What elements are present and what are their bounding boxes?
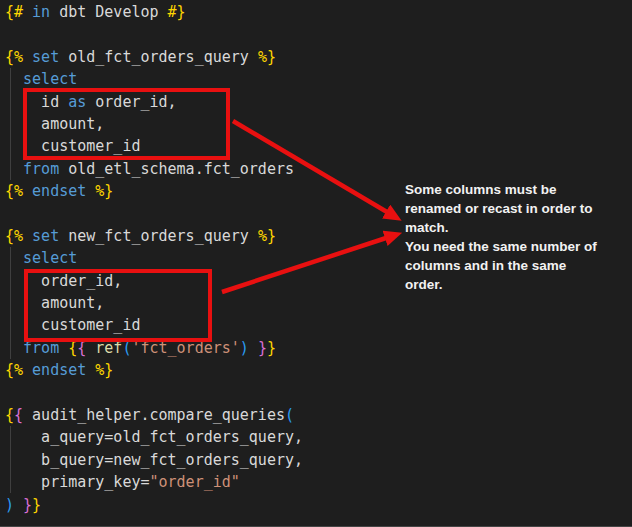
code-line[interactable]: primary_key="order_id" [5,471,632,493]
code-line[interactable]: b_query=new_fct_orders_query, [5,449,632,471]
code-token [23,361,32,379]
code-token: {% [5,361,23,379]
code-token: } [23,496,32,514]
annotation-note-line-2: You need the same number of columns and … [405,237,597,294]
code-token: ) [5,496,14,514]
code-line[interactable]: from old_etl_schema.fct_orders [5,158,632,180]
annotation-note: Some columns must be renamed or recast i… [405,180,597,294]
code-line[interactable]: {# in dbt Develop #} [5,1,632,23]
code-token: {% [5,48,23,66]
code-token [5,249,23,267]
code-token [23,227,32,245]
code-token: #} [168,3,186,21]
code-token [23,48,32,66]
code-token [86,182,95,200]
code-line[interactable]: {% endset %} [5,359,632,381]
annotation-note-line-1: Some columns must be renamed or recast i… [405,180,597,237]
code-token: { [14,406,23,424]
code-token: set [32,48,59,66]
code-token: {# [5,3,23,21]
code-token: ) [240,339,249,357]
code-token: } [32,496,41,514]
code-token: ( [285,406,294,424]
code-token: select [23,70,77,88]
highlight-box-new-columns [24,269,212,342]
code-token: set [32,227,59,245]
code-token: old_fct_orders_query [59,48,258,66]
code-editor-screenshot: {# in dbt Develop #}{% set old_fct_order… [0,0,632,527]
code-token: new_fct_orders_query [59,227,258,245]
code-token: "order_id" [150,473,240,491]
code-token: old_etl_schema.fct_orders [59,160,294,178]
code-token: audit_helper.compare_queries [23,406,285,424]
code-token: in [32,3,50,21]
code-token [14,496,23,514]
code-token: {% [5,182,23,200]
code-token: %} [258,227,276,245]
code-line[interactable]: {{ audit_helper.compare_queries( [5,404,632,426]
code-token [23,3,32,21]
code-token: from [23,160,59,178]
code-token: { [5,406,14,424]
code-line[interactable]: {% set old_fct_orders_query %} [5,46,632,68]
code-token: } [258,339,267,357]
code-token: %} [258,48,276,66]
code-token: endset [32,361,86,379]
code-token [249,339,258,357]
code-token [5,160,23,178]
code-token [5,70,23,88]
code-line[interactable] [5,382,632,404]
code-token [23,182,32,200]
code-line[interactable] [5,23,632,45]
code-line[interactable]: ) }} [5,494,632,516]
code-token: endset [32,182,86,200]
code-token [5,339,23,357]
code-token [86,361,95,379]
code-token: } [267,339,276,357]
code-token: select [23,249,77,267]
code-token: %} [95,182,113,200]
highlight-box-old-columns [23,88,230,160]
code-token: {% [5,227,23,245]
code-token: dbt Develop [50,3,167,21]
code-token: primary_key= [5,473,150,491]
code-token: %} [95,361,113,379]
code-line[interactable]: a_query=old_fct_orders_query, [5,426,632,448]
code-token: a_query=old_fct_orders_query, [5,428,303,446]
code-token: b_query=new_fct_orders_query, [5,451,303,469]
